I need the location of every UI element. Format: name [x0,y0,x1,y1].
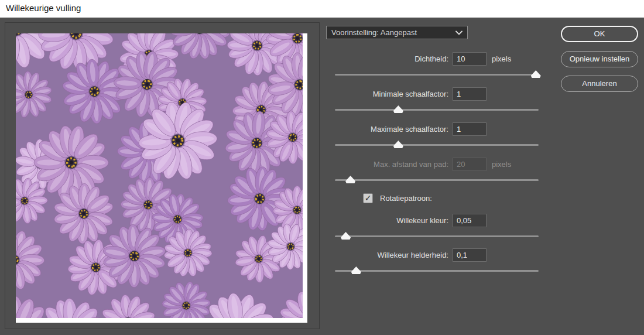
title-bar: Willekeurige vulling [0,0,644,18]
preset-dropdown[interactable]: Voorinstelling: Aangepast [326,26,468,39]
density-slider[interactable] [335,70,539,78]
ok-button[interactable]: OK [561,26,638,42]
density-unit: pixels [492,54,511,63]
random-brightness-input[interactable] [453,248,487,262]
min-scale-input[interactable] [453,87,487,101]
flower-pattern-image [16,33,303,318]
max-scale-slider[interactable] [335,141,539,149]
max-scale-label: Maximale schaalfactor: [326,125,453,134]
rotation-pattern-label: Rotatiepatroon: [380,194,432,203]
random-brightness-slider[interactable] [335,266,539,275]
density-input[interactable] [453,52,487,66]
preview-image [16,33,307,323]
random-fill-dialog: Voorinstelling: Aangepast Dichtheid: pix… [0,18,644,335]
random-color-slider[interactable] [335,232,539,240]
preset-dropdown-value: Voorinstelling: Aangepast [331,28,455,37]
slider-track [335,74,539,76]
random-color-label: Willekeur kleur: [326,216,453,225]
random-color-row: Willekeur kleur: [326,213,537,227]
slider-track [335,179,539,181]
rotation-pattern-checkbox[interactable]: ✓ [363,193,373,203]
min-scale-label: Minimale schaalfactor: [326,90,453,98]
max-scale-row: Maximale schaalfactor: [326,122,537,136]
min-scale-row: Minimale schaalfactor: [326,87,537,101]
chevron-down-icon [455,30,463,35]
random-brightness-label: Willekeur helderheid: [326,251,453,259]
cancel-button[interactable]: Annuleren [561,76,638,92]
max-path-distance-label: Max. afstand van pad: [326,160,453,169]
max-scale-input[interactable] [453,122,487,136]
min-scale-slider[interactable] [335,105,539,114]
slider-track [335,270,539,272]
max-path-distance-input [453,158,487,171]
random-color-input[interactable] [453,214,487,227]
slider-track [335,109,539,111]
max-path-distance-row: Max. afstand van pad: pixels [326,157,537,171]
rotation-pattern-row: ✓ Rotatiepatroon: [363,193,432,203]
max-path-distance-unit: pixels [492,160,511,169]
dialog-title: Willekeurige vulling [6,3,81,13]
slider-track [335,144,539,146]
max-path-distance-slider [335,176,539,184]
density-label: Dichtheid: [326,54,453,63]
random-brightness-row: Willekeur helderheid: [326,248,537,262]
density-row: Dichtheid: pixels [326,52,537,66]
preview-panel [5,22,320,329]
reset-button[interactable]: Opnieuw instellen [561,51,638,67]
slider-track [335,235,539,237]
